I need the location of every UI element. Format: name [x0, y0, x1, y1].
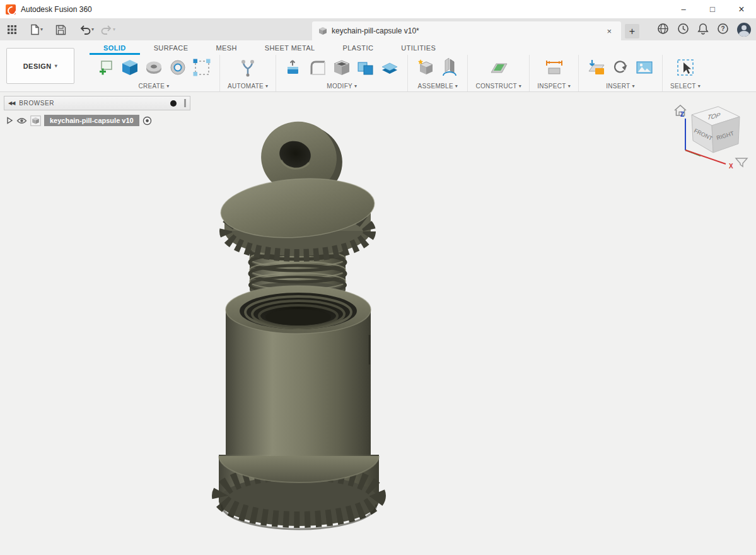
model-3d[interactable]: [0, 92, 756, 555]
svg-text:?: ?: [721, 25, 724, 32]
visibility-eye-icon[interactable]: [16, 117, 27, 125]
save-button[interactable]: [52, 21, 69, 38]
press-pull-button[interactable]: [284, 57, 304, 78]
create-menu[interactable]: CREATE ▾: [139, 83, 170, 90]
create-box-button[interactable]: [120, 57, 140, 78]
insert-canvas-button[interactable]: [634, 57, 654, 78]
job-status-button[interactable]: [677, 23, 689, 37]
help-icon: ?: [717, 23, 729, 35]
panel-resize-grip[interactable]: [184, 99, 186, 107]
insert-menu[interactable]: INSERT ▾: [606, 83, 635, 90]
app-grid-button[interactable]: [4, 21, 20, 38]
press-pull-icon: [284, 58, 303, 77]
measure-button[interactable]: [544, 57, 564, 78]
construct-plane-button[interactable]: [489, 57, 509, 78]
create-sketch-button[interactable]: [96, 57, 116, 78]
ribbon-group-insert: INSERT ▾: [579, 55, 663, 91]
automate-menu[interactable]: AUTOMATE ▾: [228, 83, 268, 90]
modify-menu[interactable]: MODIFY ▾: [327, 83, 357, 90]
document-tab-close-icon[interactable]: ×: [603, 26, 615, 37]
select-menu[interactable]: SELECT ▾: [670, 83, 701, 90]
viewcube[interactable]: TOP FRONT RIGHT Z X: [669, 97, 750, 173]
bell-icon: [697, 23, 709, 35]
redo-button[interactable]: ▾: [97, 21, 119, 38]
combine-icon: [356, 58, 375, 77]
document-tab[interactable]: keychain-pill-capsule v10* ×: [312, 21, 621, 40]
browser-panel: ◀◀ BROWSER keychain-pill-capsule v10: [4, 96, 190, 127]
tab-mesh[interactable]: MESH: [202, 42, 250, 55]
minimize-button[interactable]: –: [669, 0, 698, 18]
assemble-menu[interactable]: ASSEMBLE ▾: [418, 83, 458, 90]
globe-icon: [657, 23, 669, 35]
ribbon-group-create: CREATE ▾: [88, 55, 220, 91]
ribbon: DESIGN ▾ SOLID SURFACE MESH SHEET METAL …: [0, 40, 756, 92]
model-body: [226, 286, 371, 466]
component-cube-icon: [30, 115, 41, 126]
ribbon-group-inspect: INSPECT ▾: [530, 55, 579, 91]
measure-icon: [545, 58, 564, 77]
browser-item-label[interactable]: keychain-pill-capsule v10: [44, 115, 139, 126]
chevron-down-icon: ▾: [40, 27, 43, 32]
chevron-down-icon: ▾: [698, 84, 701, 89]
joint-icon: [440, 58, 459, 77]
tab-utilities[interactable]: UTILITIES: [387, 42, 450, 55]
activate-component-icon[interactable]: [142, 116, 152, 126]
viewport-canvas[interactable]: ◀◀ BROWSER keychain-pill-capsule v10: [0, 92, 756, 555]
file-menu-button[interactable]: ▾: [26, 21, 46, 38]
tab-plastic[interactable]: PLASTIC: [329, 42, 388, 55]
select-button[interactable]: [675, 57, 695, 78]
create-pattern-button[interactable]: [192, 57, 212, 78]
automate-button[interactable]: [238, 57, 258, 78]
fillet-button[interactable]: [308, 57, 328, 78]
tab-surface[interactable]: SURFACE: [140, 42, 202, 55]
save-icon: [55, 25, 66, 35]
chevron-down-icon: ▾: [568, 84, 571, 89]
undo-button[interactable]: ▾: [76, 21, 97, 38]
workspace-label: DESIGN: [23, 62, 52, 70]
help-button[interactable]: ?: [717, 23, 729, 37]
title-bar: Autodesk Fusion 360 – □ ×: [0, 0, 756, 19]
ribbon-group-automate: AUTOMATE ▾: [220, 55, 276, 91]
new-component-button[interactable]: [416, 57, 436, 78]
expand-arrow-icon[interactable]: [6, 117, 13, 124]
shell-button[interactable]: [332, 57, 352, 78]
insert-svg-button[interactable]: [586, 57, 607, 78]
combine-button[interactable]: [356, 57, 376, 78]
close-button[interactable]: ×: [727, 0, 756, 18]
viewcube-cube[interactable]: TOP FRONT RIGHT: [692, 107, 740, 153]
box-icon: [120, 58, 139, 77]
new-tab-button[interactable]: +: [625, 24, 639, 38]
maximize-button[interactable]: □: [698, 0, 727, 18]
split-body-button[interactable]: [380, 57, 400, 78]
avatar[interactable]: [737, 23, 751, 37]
chevron-down-icon: ▾: [265, 84, 268, 89]
inspect-menu[interactable]: INSPECT ▾: [537, 83, 571, 90]
chevron-down-icon: ▾: [55, 64, 58, 69]
construct-plane-icon: [489, 58, 508, 77]
fillet-icon: [308, 58, 327, 77]
browser-display-toggle-icon[interactable]: [170, 100, 177, 107]
automate-icon: [238, 58, 257, 77]
collapse-panel-icon[interactable]: ◀◀: [8, 100, 15, 106]
tab-solid[interactable]: SOLID: [90, 42, 140, 55]
workspace-selector[interactable]: DESIGN ▾: [6, 48, 74, 84]
viewcube-menu-icon[interactable]: [736, 158, 747, 166]
fusion-logo-icon: [6, 4, 16, 15]
joint-button[interactable]: [439, 57, 460, 78]
derive-icon: [611, 58, 630, 77]
undo-icon: [79, 25, 91, 35]
browser-root-item[interactable]: keychain-pill-capsule v10: [4, 114, 190, 127]
extensions-button[interactable]: [657, 23, 669, 37]
axis-z-label: Z: [680, 111, 684, 118]
file-icon: [30, 24, 40, 35]
browser-title: BROWSER: [19, 100, 54, 107]
notifications-button[interactable]: [697, 23, 709, 37]
ribbon-group-modify: MODIFY ▾: [276, 55, 408, 91]
ribbon-group-assemble: ASSEMBLE ▾: [408, 55, 468, 91]
shell-icon: [332, 58, 351, 77]
create-coil-button[interactable]: [168, 57, 188, 78]
create-revolve-button[interactable]: [144, 57, 164, 78]
tab-sheet-metal[interactable]: SHEET METAL: [251, 42, 329, 55]
construct-menu[interactable]: CONSTRUCT ▾: [475, 83, 521, 90]
insert-derive-button[interactable]: [610, 57, 631, 78]
